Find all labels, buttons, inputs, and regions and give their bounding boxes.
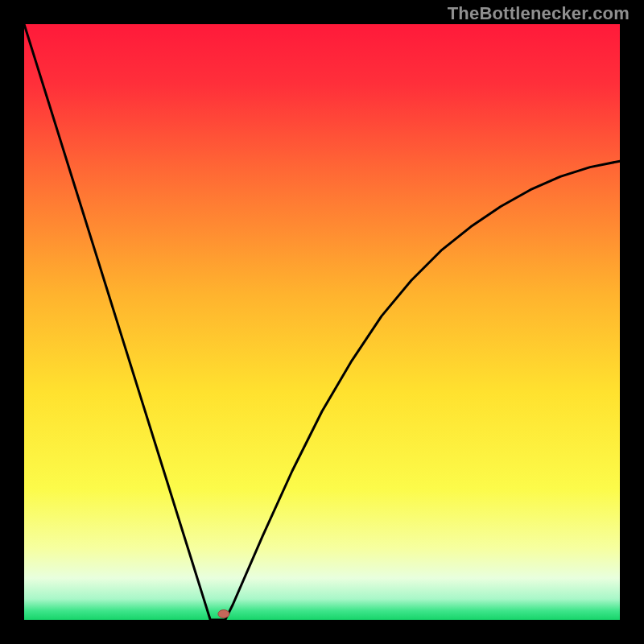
plot-background xyxy=(24,24,620,620)
optimal-point-marker xyxy=(218,610,229,618)
bottleneck-chart xyxy=(0,0,644,644)
chart-frame: TheBottlenecker.com xyxy=(0,0,644,644)
watermark-text: TheBottlenecker.com xyxy=(448,3,630,24)
